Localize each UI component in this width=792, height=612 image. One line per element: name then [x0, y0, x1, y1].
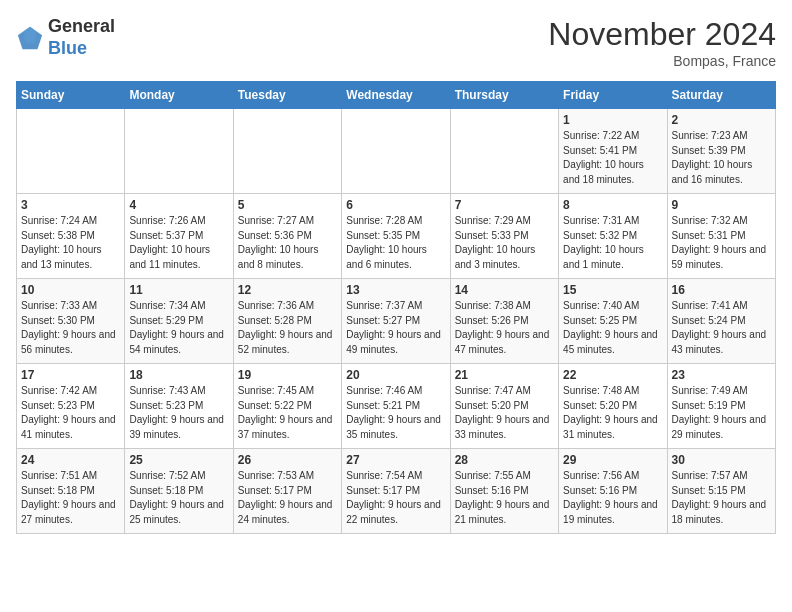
day-info: Sunrise: 7:34 AM Sunset: 5:29 PM Dayligh…	[129, 299, 228, 357]
day-number: 25	[129, 453, 228, 467]
day-number: 14	[455, 283, 554, 297]
day-info: Sunrise: 7:23 AM Sunset: 5:39 PM Dayligh…	[672, 129, 771, 187]
calendar-cell	[125, 109, 233, 194]
day-info: Sunrise: 7:22 AM Sunset: 5:41 PM Dayligh…	[563, 129, 662, 187]
day-number: 22	[563, 368, 662, 382]
day-number: 15	[563, 283, 662, 297]
calendar-cell: 9Sunrise: 7:32 AM Sunset: 5:31 PM Daylig…	[667, 194, 775, 279]
calendar-cell: 22Sunrise: 7:48 AM Sunset: 5:20 PM Dayli…	[559, 364, 667, 449]
day-number: 28	[455, 453, 554, 467]
calendar-cell	[450, 109, 558, 194]
day-number: 24	[21, 453, 120, 467]
calendar-cell: 14Sunrise: 7:38 AM Sunset: 5:26 PM Dayli…	[450, 279, 558, 364]
header-monday: Monday	[125, 82, 233, 109]
day-number: 13	[346, 283, 445, 297]
calendar-cell: 13Sunrise: 7:37 AM Sunset: 5:27 PM Dayli…	[342, 279, 450, 364]
day-info: Sunrise: 7:47 AM Sunset: 5:20 PM Dayligh…	[455, 384, 554, 442]
day-info: Sunrise: 7:48 AM Sunset: 5:20 PM Dayligh…	[563, 384, 662, 442]
calendar-cell: 3Sunrise: 7:24 AM Sunset: 5:38 PM Daylig…	[17, 194, 125, 279]
calendar-cell: 16Sunrise: 7:41 AM Sunset: 5:24 PM Dayli…	[667, 279, 775, 364]
location: Bompas, France	[548, 53, 776, 69]
day-number: 30	[672, 453, 771, 467]
day-number: 29	[563, 453, 662, 467]
header-thursday: Thursday	[450, 82, 558, 109]
calendar-cell: 24Sunrise: 7:51 AM Sunset: 5:18 PM Dayli…	[17, 449, 125, 534]
day-info: Sunrise: 7:27 AM Sunset: 5:36 PM Dayligh…	[238, 214, 337, 272]
day-number: 6	[346, 198, 445, 212]
day-info: Sunrise: 7:40 AM Sunset: 5:25 PM Dayligh…	[563, 299, 662, 357]
day-number: 1	[563, 113, 662, 127]
header-row: Sunday Monday Tuesday Wednesday Thursday…	[17, 82, 776, 109]
day-info: Sunrise: 7:31 AM Sunset: 5:32 PM Dayligh…	[563, 214, 662, 272]
calendar-cell: 18Sunrise: 7:43 AM Sunset: 5:23 PM Dayli…	[125, 364, 233, 449]
calendar-cell: 28Sunrise: 7:55 AM Sunset: 5:16 PM Dayli…	[450, 449, 558, 534]
calendar-cell: 15Sunrise: 7:40 AM Sunset: 5:25 PM Dayli…	[559, 279, 667, 364]
calendar-cell: 5Sunrise: 7:27 AM Sunset: 5:36 PM Daylig…	[233, 194, 341, 279]
day-info: Sunrise: 7:54 AM Sunset: 5:17 PM Dayligh…	[346, 469, 445, 527]
day-number: 27	[346, 453, 445, 467]
calendar-cell: 26Sunrise: 7:53 AM Sunset: 5:17 PM Dayli…	[233, 449, 341, 534]
day-info: Sunrise: 7:57 AM Sunset: 5:15 PM Dayligh…	[672, 469, 771, 527]
day-number: 12	[238, 283, 337, 297]
calendar-body: 1Sunrise: 7:22 AM Sunset: 5:41 PM Daylig…	[17, 109, 776, 534]
day-number: 8	[563, 198, 662, 212]
logo-general: General	[48, 16, 115, 36]
calendar-cell: 10Sunrise: 7:33 AM Sunset: 5:30 PM Dayli…	[17, 279, 125, 364]
day-number: 16	[672, 283, 771, 297]
calendar-week-5: 24Sunrise: 7:51 AM Sunset: 5:18 PM Dayli…	[17, 449, 776, 534]
calendar-header: Sunday Monday Tuesday Wednesday Thursday…	[17, 82, 776, 109]
calendar-cell: 21Sunrise: 7:47 AM Sunset: 5:20 PM Dayli…	[450, 364, 558, 449]
calendar-week-3: 10Sunrise: 7:33 AM Sunset: 5:30 PM Dayli…	[17, 279, 776, 364]
day-info: Sunrise: 7:36 AM Sunset: 5:28 PM Dayligh…	[238, 299, 337, 357]
calendar-week-1: 1Sunrise: 7:22 AM Sunset: 5:41 PM Daylig…	[17, 109, 776, 194]
day-number: 10	[21, 283, 120, 297]
day-number: 7	[455, 198, 554, 212]
logo-text: General Blue	[48, 16, 115, 59]
calendar-cell: 23Sunrise: 7:49 AM Sunset: 5:19 PM Dayli…	[667, 364, 775, 449]
title-block: November 2024 Bompas, France	[548, 16, 776, 69]
header-friday: Friday	[559, 82, 667, 109]
calendar-cell: 12Sunrise: 7:36 AM Sunset: 5:28 PM Dayli…	[233, 279, 341, 364]
day-info: Sunrise: 7:55 AM Sunset: 5:16 PM Dayligh…	[455, 469, 554, 527]
calendar-cell: 4Sunrise: 7:26 AM Sunset: 5:37 PM Daylig…	[125, 194, 233, 279]
day-info: Sunrise: 7:45 AM Sunset: 5:22 PM Dayligh…	[238, 384, 337, 442]
month-title: November 2024	[548, 16, 776, 53]
day-info: Sunrise: 7:49 AM Sunset: 5:19 PM Dayligh…	[672, 384, 771, 442]
day-info: Sunrise: 7:38 AM Sunset: 5:26 PM Dayligh…	[455, 299, 554, 357]
day-info: Sunrise: 7:24 AM Sunset: 5:38 PM Dayligh…	[21, 214, 120, 272]
svg-marker-1	[23, 26, 36, 42]
day-number: 4	[129, 198, 228, 212]
calendar-cell: 11Sunrise: 7:34 AM Sunset: 5:29 PM Dayli…	[125, 279, 233, 364]
page-header: General Blue November 2024 Bompas, Franc…	[16, 16, 776, 69]
day-info: Sunrise: 7:52 AM Sunset: 5:18 PM Dayligh…	[129, 469, 228, 527]
day-info: Sunrise: 7:28 AM Sunset: 5:35 PM Dayligh…	[346, 214, 445, 272]
day-number: 21	[455, 368, 554, 382]
calendar-cell: 17Sunrise: 7:42 AM Sunset: 5:23 PM Dayli…	[17, 364, 125, 449]
calendar-cell	[342, 109, 450, 194]
day-info: Sunrise: 7:46 AM Sunset: 5:21 PM Dayligh…	[346, 384, 445, 442]
day-info: Sunrise: 7:51 AM Sunset: 5:18 PM Dayligh…	[21, 469, 120, 527]
day-number: 20	[346, 368, 445, 382]
calendar-cell: 2Sunrise: 7:23 AM Sunset: 5:39 PM Daylig…	[667, 109, 775, 194]
calendar-cell: 1Sunrise: 7:22 AM Sunset: 5:41 PM Daylig…	[559, 109, 667, 194]
header-wednesday: Wednesday	[342, 82, 450, 109]
day-number: 9	[672, 198, 771, 212]
calendar-cell: 20Sunrise: 7:46 AM Sunset: 5:21 PM Dayli…	[342, 364, 450, 449]
logo-blue: Blue	[48, 38, 87, 58]
logo-icon	[16, 24, 44, 52]
calendar-week-2: 3Sunrise: 7:24 AM Sunset: 5:38 PM Daylig…	[17, 194, 776, 279]
calendar-week-4: 17Sunrise: 7:42 AM Sunset: 5:23 PM Dayli…	[17, 364, 776, 449]
day-number: 5	[238, 198, 337, 212]
day-number: 18	[129, 368, 228, 382]
calendar-cell	[17, 109, 125, 194]
day-number: 26	[238, 453, 337, 467]
day-number: 11	[129, 283, 228, 297]
calendar-cell: 8Sunrise: 7:31 AM Sunset: 5:32 PM Daylig…	[559, 194, 667, 279]
day-info: Sunrise: 7:29 AM Sunset: 5:33 PM Dayligh…	[455, 214, 554, 272]
header-saturday: Saturday	[667, 82, 775, 109]
calendar-cell: 29Sunrise: 7:56 AM Sunset: 5:16 PM Dayli…	[559, 449, 667, 534]
header-sunday: Sunday	[17, 82, 125, 109]
day-info: Sunrise: 7:33 AM Sunset: 5:30 PM Dayligh…	[21, 299, 120, 357]
calendar-cell: 25Sunrise: 7:52 AM Sunset: 5:18 PM Dayli…	[125, 449, 233, 534]
calendar-cell: 27Sunrise: 7:54 AM Sunset: 5:17 PM Dayli…	[342, 449, 450, 534]
